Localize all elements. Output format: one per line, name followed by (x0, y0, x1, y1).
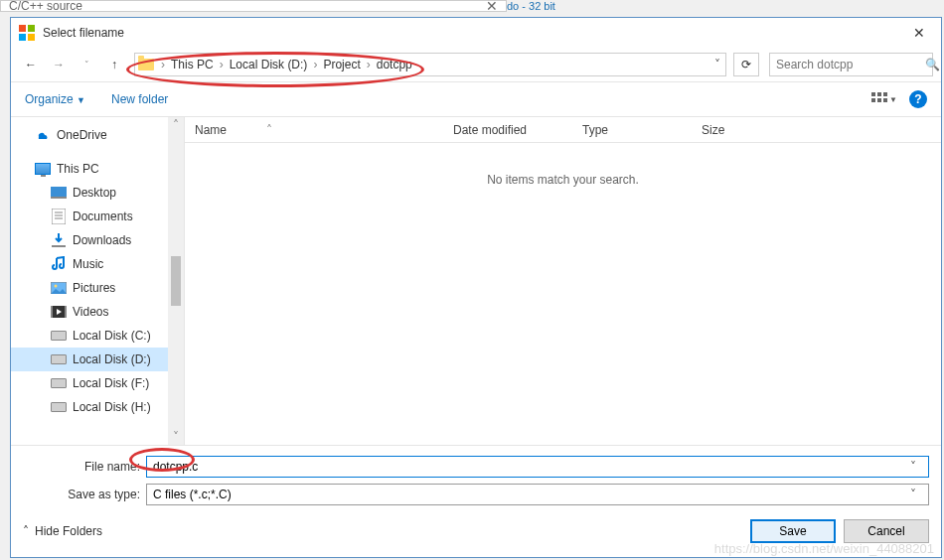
tree-item-label: Documents (73, 210, 133, 223)
tree-item-label: Pictures (73, 281, 115, 295)
refresh-button[interactable]: ⟳ (733, 53, 759, 76)
tree-item-local-disk-f-[interactable]: Local Disk (F:) (11, 371, 184, 395)
tree-item-label: This PC (57, 162, 99, 176)
close-button[interactable]: ✕ (896, 18, 941, 48)
tree-item-label: Desktop (73, 186, 116, 200)
savetype-value: C files (*.c;*.C) (153, 488, 904, 501)
svg-rect-1 (28, 25, 35, 32)
tree-item-label: Local Disk (F:) (73, 376, 149, 390)
forward-button[interactable]: → (47, 53, 71, 76)
tree-item-label: OneDrive (57, 128, 107, 142)
hide-folders-toggle[interactable]: ˄ Hide Folders (23, 524, 102, 538)
column-headers: Name˄ Date modified Type Size (185, 117, 941, 143)
chevron-up-icon: ˄ (23, 524, 29, 538)
videos-icon (51, 304, 67, 320)
column-name[interactable]: Name˄ (185, 123, 443, 137)
tree-item-local-disk-d-[interactable]: Local Disk (D:) (11, 348, 184, 371)
dialog-body: OneDriveThis PCDesktopDocumentsDownloads… (11, 117, 941, 445)
tree-item-documents[interactable]: Documents (11, 205, 184, 228)
breadcrumb-dropdown[interactable]: ˅ (708, 58, 725, 71)
scroll-up-icon[interactable]: ˄ (168, 117, 184, 133)
sort-indicator-icon: ˄ (266, 123, 272, 137)
search-icon[interactable]: 🔍 (925, 58, 940, 71)
savetype-field[interactable]: C files (*.c;*.C) ˅ (146, 484, 929, 505)
tree-item-videos[interactable]: Videos (11, 300, 184, 324)
breadcrumb-item[interactable]: This PC (169, 58, 216, 71)
background-window-title: C/C++ source (9, 0, 486, 13)
organize-menu[interactable]: Organize ▼ (25, 92, 85, 106)
chevron-right-icon[interactable]: › (363, 58, 375, 71)
breadcrumb-item[interactable]: dotcpp (375, 58, 414, 71)
breadcrumb-item[interactable]: Project (321, 58, 362, 71)
drive-icon (51, 351, 67, 367)
filename-field[interactable]: ˅ (146, 456, 929, 478)
downloads-icon (51, 232, 67, 248)
dialog-titlebar: Select filename ✕ (11, 18, 941, 48)
chevron-right-icon[interactable]: › (157, 58, 169, 71)
breadcrumb-bar[interactable]: › This PC › Local Disk (D:) › Project › … (134, 53, 726, 76)
column-date[interactable]: Date modified (443, 123, 572, 137)
navigation-bar: ← → ˅ ↑ › This PC › Local Disk (D:) › Pr… (11, 48, 941, 81)
column-size[interactable]: Size (692, 123, 791, 137)
search-input[interactable] (776, 58, 925, 71)
folder-icon (135, 54, 157, 75)
drive-icon (51, 328, 67, 344)
column-type[interactable]: Type (572, 123, 692, 137)
svg-rect-8 (877, 98, 881, 102)
view-options-button[interactable]: ▼ (871, 92, 897, 106)
svg-rect-3 (28, 34, 35, 41)
drive-icon (51, 375, 67, 391)
tree-item-local-disk-h-[interactable]: Local Disk (H:) (11, 395, 184, 419)
back-button[interactable]: ← (19, 53, 43, 76)
breadcrumb-item[interactable]: Local Disk (D:) (228, 58, 310, 71)
svg-rect-10 (51, 187, 67, 197)
cancel-button[interactable]: Cancel (844, 519, 929, 543)
dropdown-icon[interactable]: ˅ (904, 460, 922, 474)
svg-rect-0 (19, 25, 26, 32)
tree-item-label: Videos (73, 305, 108, 319)
recent-dropdown[interactable]: ˅ (75, 53, 98, 76)
empty-message: No items match your search. (487, 173, 639, 187)
svg-rect-7 (871, 98, 875, 102)
onedrive-icon (35, 127, 51, 143)
chevron-right-icon[interactable]: › (216, 58, 228, 71)
dialog-title: Select filename (43, 26, 124, 40)
app-icon (19, 25, 35, 41)
music-icon (51, 256, 67, 272)
scrollbar-thumb[interactable] (171, 256, 181, 306)
tree-item-desktop[interactable]: Desktop (11, 181, 184, 205)
tree-item-label: Music (73, 257, 103, 271)
svg-rect-11 (51, 197, 67, 199)
save-button[interactable]: Save (750, 519, 836, 543)
help-button[interactable]: ? (909, 90, 927, 108)
tree-item-onedrive[interactable]: OneDrive (11, 123, 184, 147)
drive-icon (51, 399, 67, 415)
new-folder-button[interactable]: New folder (111, 92, 168, 106)
desktop-icon (51, 185, 67, 201)
tree-item-this-pc[interactable]: This PC (11, 157, 184, 181)
scroll-down-icon[interactable]: ˅ (168, 429, 184, 445)
scrollbar[interactable]: ˄ ˅ (168, 117, 184, 445)
svg-rect-16 (52, 245, 66, 247)
tree-item-label: Local Disk (C:) (73, 329, 151, 343)
tree-item-downloads[interactable]: Downloads (11, 228, 184, 252)
dropdown-icon[interactable]: ˅ (904, 488, 922, 501)
filename-label: File name: (23, 460, 146, 474)
tree-item-local-disk-c-[interactable]: Local Disk (C:) (11, 324, 184, 348)
savetype-row: Save as type: C files (*.c;*.C) ˅ (23, 484, 929, 505)
svg-rect-6 (883, 92, 887, 96)
up-button[interactable]: ↑ (102, 53, 126, 76)
tree-item-pictures[interactable]: Pictures (11, 276, 184, 300)
filename-input[interactable] (153, 460, 904, 474)
close-icon[interactable]: ✕ (486, 0, 498, 14)
search-box[interactable]: 🔍 (769, 53, 933, 76)
svg-rect-20 (51, 306, 53, 318)
svg-rect-4 (871, 92, 875, 96)
savetype-label: Save as type: (23, 488, 146, 501)
svg-rect-2 (19, 34, 26, 41)
tree-item-music[interactable]: Music (11, 252, 184, 276)
tree-item-label: Local Disk (H:) (73, 400, 151, 414)
toolbar: Organize ▼ New folder ▼ ? (11, 81, 941, 117)
svg-rect-21 (65, 306, 67, 318)
chevron-right-icon[interactable]: › (309, 58, 321, 71)
